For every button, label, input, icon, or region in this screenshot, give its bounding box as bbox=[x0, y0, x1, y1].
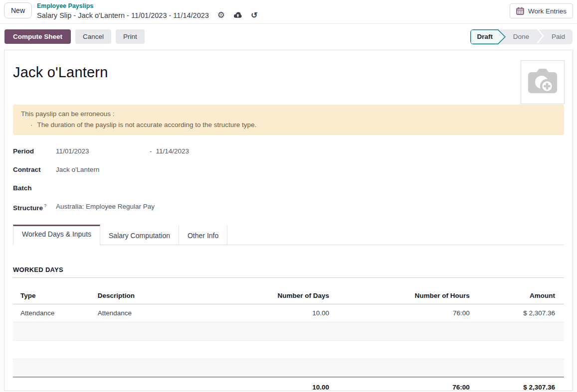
breadcrumb-parent-link[interactable]: Employee Payslips bbox=[37, 2, 257, 10]
total-days: 10.00 bbox=[266, 377, 338, 391]
period-from-field[interactable]: 11/01/2023 bbox=[56, 147, 150, 155]
statusbar: Draft Done Paid bbox=[470, 29, 573, 44]
camera-plus-icon bbox=[527, 68, 559, 97]
worked-days-table: Type Description Number of Days Number o… bbox=[13, 288, 564, 392]
status-paid[interactable]: Paid bbox=[544, 29, 573, 44]
print-button[interactable]: Print bbox=[116, 29, 145, 44]
structure-label: Structure? bbox=[13, 203, 56, 212]
col-description: Description bbox=[90, 288, 267, 304]
total-hours: 76:00 bbox=[338, 377, 479, 391]
empty-row bbox=[13, 322, 564, 340]
breadcrumb: Employee Payslips Salary Slip - Jack o'L… bbox=[37, 2, 257, 20]
status-draft[interactable]: Draft bbox=[470, 29, 506, 44]
action-bar: Compute Sheet Cancel Print Draft Done Pa… bbox=[0, 24, 577, 50]
payslip-title[interactable]: Jack o'Lantern bbox=[13, 64, 564, 81]
tab-other-info[interactable]: Other Info bbox=[179, 225, 227, 245]
col-type: Type bbox=[13, 288, 90, 304]
warning-bullet-text: The duration of the payslip is not accur… bbox=[37, 120, 257, 130]
work-entries-button[interactable]: Work Entries bbox=[510, 3, 573, 18]
period-label: Period bbox=[13, 147, 56, 155]
help-icon: ? bbox=[44, 203, 46, 208]
table-header-row: Type Description Number of Days Number o… bbox=[13, 288, 564, 304]
tab-salary-computation[interactable]: Salary Computation bbox=[100, 225, 179, 245]
cloud-save-icon[interactable] bbox=[233, 12, 242, 19]
warning-banner: This payslip can be erroneous : · The du… bbox=[13, 105, 564, 135]
col-amount: Amount bbox=[479, 288, 564, 304]
breadcrumb-bar: New Employee Payslips Salary Slip - Jack… bbox=[0, 0, 577, 24]
employee-photo-placeholder[interactable] bbox=[521, 60, 565, 104]
col-number-of-days: Number of Days bbox=[266, 288, 338, 304]
field-period: Period 11/01/2023 - 11/14/2023 bbox=[13, 147, 564, 155]
payslip-form-sheet: Jack o'Lantern This payslip can be erron… bbox=[4, 50, 573, 391]
col-number-of-hours: Number of Hours bbox=[338, 288, 479, 304]
worked-days-section-title: WORKED DAYS bbox=[13, 266, 564, 278]
discard-icon[interactable]: ↺ bbox=[251, 11, 257, 19]
tab-worked-days-inputs[interactable]: Worked Days & Inputs bbox=[13, 225, 100, 245]
cell-type[interactable]: Attendance bbox=[13, 304, 90, 322]
bullet-icon: · bbox=[30, 120, 33, 130]
work-entries-label: Work Entries bbox=[528, 7, 567, 15]
field-group: Period 11/01/2023 - 11/14/2023 Contract … bbox=[13, 147, 564, 212]
structure-field[interactable]: Australia: Employee Regular Pay bbox=[56, 203, 155, 212]
field-contract: Contract Jack o'Lantern bbox=[13, 166, 564, 174]
calendar-icon bbox=[516, 7, 524, 15]
cell-description[interactable]: Attendance bbox=[90, 304, 267, 322]
cell-amount[interactable]: $ 2,307.36 bbox=[479, 304, 564, 322]
breadcrumb-current: Salary Slip - Jack o'Lantern - 11/01/202… bbox=[37, 11, 209, 20]
empty-row bbox=[13, 340, 564, 359]
contract-field[interactable]: Jack o'Lantern bbox=[56, 166, 99, 174]
table-row[interactable]: Attendance Attendance 10.00 76:00 $ 2,30… bbox=[13, 304, 564, 322]
warning-line: This payslip can be erroneous : bbox=[21, 109, 556, 119]
compute-sheet-button[interactable]: Compute Sheet bbox=[4, 29, 71, 44]
status-done[interactable]: Done bbox=[506, 29, 537, 44]
cell-hours[interactable]: 76:00 bbox=[338, 304, 479, 322]
totals-row: 10.00 76:00 $ 2,307.36 bbox=[13, 377, 564, 391]
total-amount: $ 2,307.36 bbox=[479, 377, 564, 391]
period-to-field[interactable]: 11/14/2023 bbox=[156, 147, 190, 155]
chevron-right-icon bbox=[537, 29, 544, 44]
worked-days-tab-content: WORKED DAYS Type Description Number of D… bbox=[13, 245, 564, 392]
status-draft-label: Draft bbox=[470, 29, 506, 44]
contract-label: Contract bbox=[13, 166, 56, 174]
cancel-button[interactable]: Cancel bbox=[75, 29, 111, 44]
notebook-tabs: Worked Days & Inputs Salary Computation … bbox=[13, 225, 564, 245]
cell-days[interactable]: 10.00 bbox=[266, 304, 338, 322]
batch-label: Batch bbox=[13, 184, 56, 192]
empty-row bbox=[13, 359, 564, 377]
field-batch: Batch bbox=[13, 184, 564, 192]
new-button[interactable]: New bbox=[4, 2, 32, 18]
field-structure: Structure? Australia: Employee Regular P… bbox=[13, 203, 564, 212]
period-separator: - bbox=[150, 147, 152, 155]
gear-icon[interactable]: ⚙ bbox=[217, 11, 225, 19]
